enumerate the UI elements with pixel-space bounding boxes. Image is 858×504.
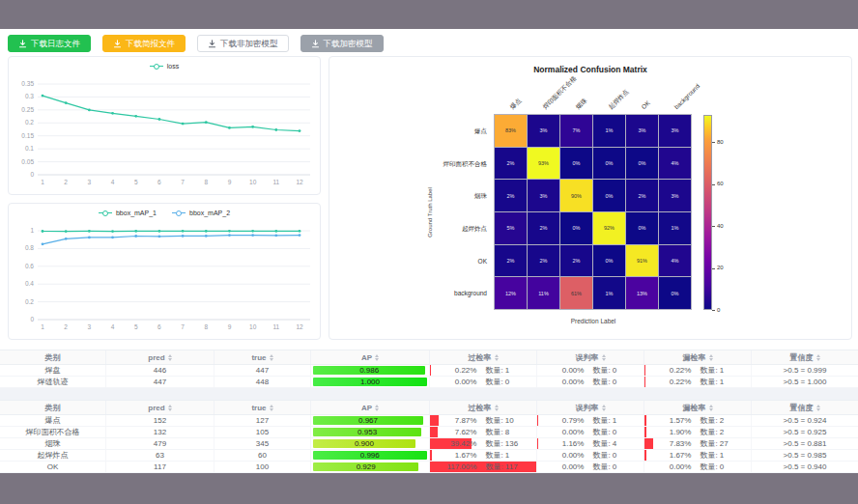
download-icon	[18, 40, 27, 48]
rate-quantity: 数量: 4	[592, 438, 616, 449]
column-header-pred[interactable]: pred	[106, 350, 214, 364]
legend-item-bbox_mAP_1[interactable]: bbox_mAP_1	[99, 210, 157, 216]
data-point	[182, 123, 185, 126]
sort-caret-icon[interactable]	[495, 354, 499, 361]
caret-down-icon	[375, 358, 379, 361]
sort-caret-icon[interactable]	[168, 405, 172, 411]
column-header-pred[interactable]: pred	[106, 401, 214, 414]
cell-class: OK	[0, 462, 106, 472]
y-axis-tick-label: 0.25	[21, 106, 34, 113]
sort-caret-icon[interactable]	[816, 405, 820, 411]
legend-label: bbox_mAP_1	[116, 210, 157, 216]
download-icon	[113, 40, 122, 48]
rate-text: 1.67%数量: 1	[430, 450, 536, 461]
x-axis-tick-label: 6	[157, 323, 161, 330]
column-header-label: pred	[148, 404, 164, 412]
column-header-误判率[interactable]: 误判率	[537, 401, 644, 414]
rate-quantity: 数量: 1	[700, 450, 724, 461]
table-header-row: 类别predtrueAP过检率误判率漏检率置信度	[0, 350, 858, 365]
column-header-置信度[interactable]: 置信度	[752, 401, 858, 414]
column-header-误判率[interactable]: 误判率	[537, 350, 644, 364]
cell-misjudge-rate: 0.00%数量: 0	[537, 450, 644, 461]
chart-legend: bbox_mAP_1bbox_mAP_2	[9, 210, 320, 216]
cell-miss-rate: 1.67%数量: 1	[644, 450, 752, 461]
cm-cell: 3%	[626, 115, 658, 147]
colorbar-tick	[712, 184, 715, 185]
legend-label: bbox_mAP_2	[189, 210, 230, 216]
download-log-file-button[interactable]: 下载日志文件	[8, 35, 91, 52]
x-axis-tick-label: 3	[88, 323, 92, 330]
sort-caret-icon[interactable]	[375, 405, 379, 411]
ap-value: 0.986	[313, 365, 425, 376]
cell-ap: 0.929	[311, 462, 430, 472]
caret-up-icon	[495, 354, 499, 357]
column-header-label: 类别	[45, 403, 61, 413]
download-encrypted-model-button[interactable]: 下载加密模型	[300, 35, 384, 52]
column-header-置信度[interactable]: 置信度	[752, 350, 858, 364]
chart-legend: loss	[9, 63, 320, 70]
cell-ap: 0.967	[311, 415, 430, 426]
x-axis-tick-label: 11	[272, 323, 279, 330]
cell-true: 100	[214, 462, 311, 472]
rate-percent: 0.00%	[537, 366, 584, 375]
cell-ap: 0.996	[311, 450, 430, 461]
sort-caret-icon[interactable]	[816, 354, 820, 361]
column-header-AP[interactable]: AP	[311, 350, 430, 364]
rate-quantity: 数量: 2	[700, 415, 724, 426]
cell-pred: 132	[106, 427, 214, 437]
rate-percent: 0.22%	[644, 366, 691, 375]
colorbar-tick	[712, 268, 715, 269]
rate-text: 39.42%数量: 136	[430, 438, 536, 449]
cm-cell: 1%	[593, 277, 625, 309]
sort-caret-icon[interactable]	[375, 354, 379, 361]
download-report-file-button[interactable]: 下载简报文件	[102, 35, 186, 52]
download-unencrypted-model-button[interactable]: 下载非加密模型	[197, 35, 289, 52]
rate-text: 0.00%数量: 0	[430, 377, 536, 387]
legend-item-loss[interactable]: loss	[150, 63, 179, 70]
sort-caret-icon[interactable]	[709, 354, 713, 361]
column-header-漏检率[interactable]: 漏检率	[644, 401, 752, 414]
cell-ap: 0.900	[311, 438, 430, 449]
column-header-过检率[interactable]: 过检率	[430, 401, 537, 414]
confusion-matrix-panel: Normalized Confusion Matrix 83%3%7%1%3%3…	[329, 56, 852, 340]
cell-pred: 117	[106, 462, 214, 472]
column-header-AP[interactable]: AP	[311, 401, 430, 414]
column-header-label: true	[251, 353, 266, 362]
sort-caret-icon[interactable]	[168, 354, 172, 361]
column-header-label: pred	[148, 353, 164, 362]
cm-cell: 4%	[659, 148, 691, 180]
x-axis-tick-label: 12	[296, 323, 303, 330]
colorbar-tick-label: 20	[717, 265, 724, 270]
rate-percent: 1.67%	[644, 451, 691, 460]
rate-quantity: 数量: 0	[700, 462, 724, 472]
x-axis-tick-label: 2	[64, 179, 68, 185]
data-point	[111, 236, 114, 238]
column-header-过检率[interactable]: 过检率	[430, 350, 537, 364]
x-axis-tick-label: 8	[204, 179, 208, 185]
x-axis-tick-label: 12	[296, 179, 303, 185]
caret-down-icon	[495, 408, 499, 411]
sort-caret-icon[interactable]	[709, 405, 713, 411]
rate-percent: 1.57%	[644, 416, 691, 425]
x-axis-tick-label: 2	[64, 323, 68, 330]
y-axis-tick-label: 0.4	[25, 280, 34, 287]
x-axis-tick-label: 1	[41, 323, 44, 330]
data-point	[111, 112, 114, 115]
column-header-漏检率[interactable]: 漏检率	[644, 350, 752, 364]
column-header-label: AP	[361, 353, 372, 362]
data-point	[65, 230, 68, 233]
legend-item-bbox_mAP_2[interactable]: bbox_mAP_2	[172, 210, 230, 216]
column-header-label: 置信度	[790, 403, 814, 413]
caret-down-icon	[602, 358, 606, 361]
column-header-true[interactable]: true	[214, 350, 311, 364]
sort-caret-icon[interactable]	[602, 405, 606, 411]
column-header-true[interactable]: true	[214, 401, 311, 414]
cm-col-label: 起焊炸点	[607, 88, 630, 111]
sort-caret-icon[interactable]	[270, 405, 273, 411]
caret-down-icon	[375, 408, 379, 411]
sort-caret-icon[interactable]	[270, 354, 273, 361]
sort-caret-icon[interactable]	[602, 354, 606, 361]
rate-text: 0.00%数量: 0	[644, 462, 751, 472]
rate-text: 117.00%数量: 117	[430, 462, 536, 472]
sort-caret-icon[interactable]	[495, 405, 499, 411]
